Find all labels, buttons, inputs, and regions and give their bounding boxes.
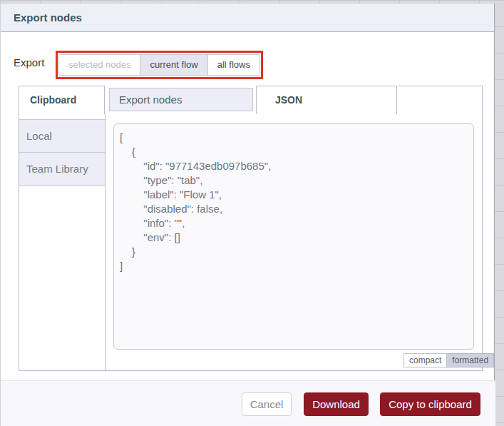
tab-export-nodes[interactable]: Export nodes xyxy=(109,88,253,111)
cancel-button[interactable]: Cancel xyxy=(242,392,292,416)
format-formatted-button[interactable]: formatted xyxy=(447,353,494,367)
copy-to-clipboard-button[interactable]: Copy to clipboard xyxy=(380,392,480,416)
json-export-textarea[interactable]: [ { "id": "977143edb097b685", "type": "t… xyxy=(113,123,474,350)
format-compact-button[interactable]: compact xyxy=(403,353,447,367)
library-column-divider xyxy=(105,114,106,371)
scope-current-flow-button[interactable]: current flow xyxy=(140,55,207,75)
export-scope-label: Export xyxy=(14,56,44,69)
tab-clipboard[interactable]: Clipboard xyxy=(19,86,105,114)
json-export-text: [ { "id": "977143edb097b685", "type": "t… xyxy=(114,124,473,280)
json-format-toggle: compact formatted xyxy=(403,353,494,367)
dialog-footer: Cancel Download Copy to clipboard xyxy=(1,381,495,426)
scope-selected-nodes-button[interactable]: selected nodes xyxy=(59,55,140,75)
library-item-team-library[interactable]: Team Library xyxy=(19,153,105,186)
dialog-title: Export nodes xyxy=(1,4,494,32)
library-item-local[interactable]: Local xyxy=(19,119,105,153)
tab-json[interactable]: JSON xyxy=(256,86,397,114)
export-scope-button-group: selected nodes current flow all flows xyxy=(58,54,260,76)
library-list: Local Team Library xyxy=(19,119,105,186)
panel-top-border xyxy=(398,86,483,86)
download-button[interactable]: Download xyxy=(304,392,369,416)
annotation-red-box: selected nodes current flow all flows xyxy=(56,51,263,79)
scope-all-flows-button[interactable]: all flows xyxy=(207,55,259,75)
export-nodes-dialog: Export nodes Export selected nodes curre… xyxy=(0,4,495,426)
